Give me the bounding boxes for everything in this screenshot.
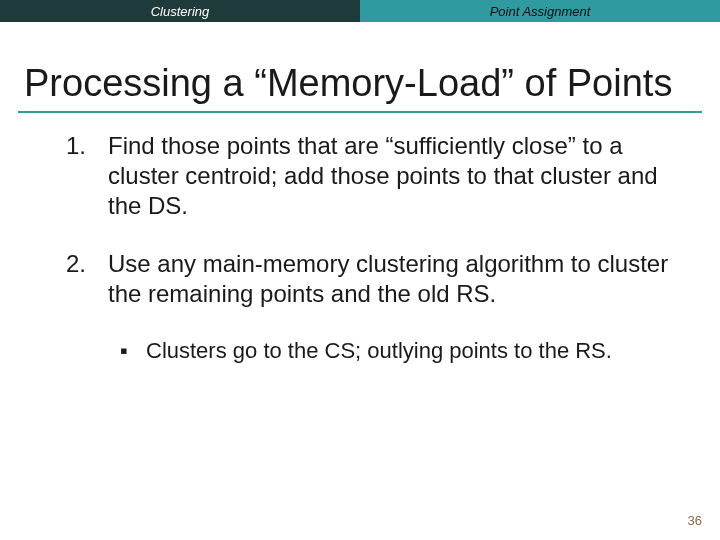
- slide-title: Processing a “Memory-Load” of Points: [24, 62, 696, 105]
- header-right-tab: Point Assignment: [360, 0, 720, 22]
- title-underline: [18, 111, 702, 113]
- slide-body: 1. Find those points that are “sufficien…: [30, 131, 690, 365]
- sub-list-text: Clusters go to the CS; outlying points t…: [146, 337, 690, 365]
- list-item: 1. Find those points that are “sufficien…: [30, 131, 690, 221]
- square-bullet-icon: ▪: [120, 337, 146, 365]
- sub-list-item: ▪ Clusters go to the CS; outlying points…: [120, 337, 690, 365]
- page-number: 36: [688, 513, 702, 528]
- list-number: 2.: [30, 249, 108, 279]
- header-left-tab: Clustering: [0, 0, 360, 22]
- list-text: Use any main-memory clustering algorithm…: [108, 249, 690, 309]
- list-text: Find those points that are “sufficiently…: [108, 131, 690, 221]
- list-item: 2. Use any main-memory clustering algori…: [30, 249, 690, 309]
- header-bar: Clustering Point Assignment: [0, 0, 720, 22]
- list-number: 1.: [30, 131, 108, 161]
